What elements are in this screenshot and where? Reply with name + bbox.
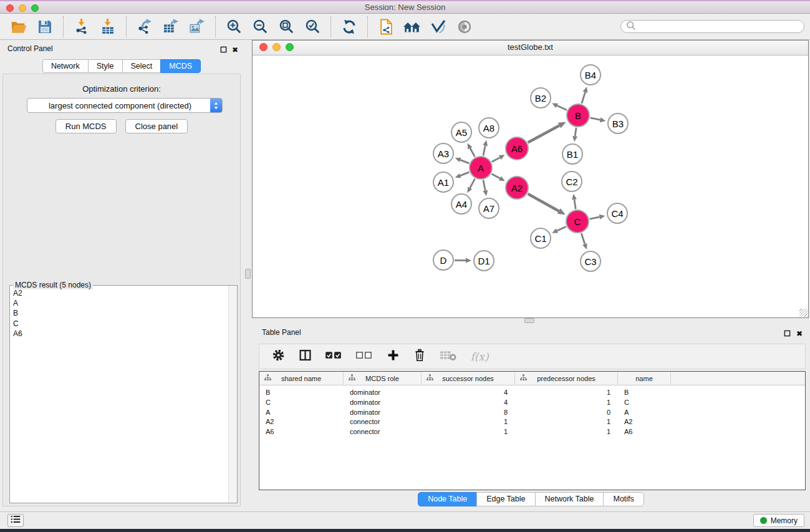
window-resize-grip[interactable] [799, 309, 808, 317]
result-item[interactable]: A6 [11, 329, 228, 339]
zoom-out-icon [253, 19, 268, 34]
column-type-icon [264, 374, 271, 382]
table-row[interactable]: Cdominator41C [259, 398, 805, 408]
network-maximize-button[interactable] [286, 43, 294, 51]
graph-node-B3[interactable]: B3 [607, 113, 629, 134]
import-table-button[interactable] [99, 17, 117, 36]
memory-button[interactable]: Memory [753, 514, 804, 527]
tab-select[interactable]: Select [122, 59, 162, 73]
import-network-button[interactable] [72, 17, 91, 36]
delete-table-button[interactable] [438, 349, 457, 365]
export-image-button[interactable] [188, 17, 206, 36]
table-row[interactable]: A6connector11A6 [259, 427, 805, 437]
trash-icon [413, 349, 426, 364]
export-table-button[interactable] [162, 17, 180, 36]
search-box[interactable] [620, 20, 804, 33]
column-header-successor-nodes[interactable]: successor nodes [422, 372, 515, 385]
show-view-button[interactable] [455, 17, 474, 36]
vertical-splitter-grip[interactable] [245, 269, 251, 279]
graph-node-B[interactable]: B [566, 104, 590, 127]
result-item[interactable]: B [11, 308, 228, 318]
graph-node-C1[interactable]: C1 [530, 228, 551, 249]
search-input[interactable] [636, 22, 799, 32]
select-all-button[interactable] [324, 349, 344, 365]
result-item[interactable]: A [11, 298, 228, 308]
network-window-titlebar[interactable]: testGlobe.txt [253, 41, 808, 56]
deselect-all-button[interactable] [354, 349, 374, 365]
graph-node-A5[interactable]: A5 [451, 122, 472, 143]
graph-node-C[interactable]: C [566, 210, 589, 233]
search-icon [626, 21, 636, 33]
close-window-button[interactable] [6, 4, 14, 12]
zoom-in-button[interactable] [224, 17, 243, 36]
task-history-button[interactable] [7, 514, 24, 527]
tab-network-table[interactable]: Network Table [535, 492, 604, 506]
network-view-window[interactable]: testGlobe.txt B4B2BB3A5A8A6A3AB1A1A2C2A4… [252, 40, 809, 318]
hide-graphics-details-button[interactable] [429, 17, 448, 36]
zoom-selected-button[interactable] [303, 17, 322, 36]
refresh-layout-button[interactable] [340, 17, 359, 36]
save-session-button[interactable] [36, 17, 54, 36]
result-item[interactable]: C [11, 319, 228, 329]
tab-style[interactable]: Style [88, 59, 123, 73]
table-row[interactable]: A2connector11A2 [259, 417, 805, 427]
show-columns-button[interactable] [297, 349, 313, 365]
table-cell: dominator [344, 408, 422, 418]
graph-node-A[interactable]: A [469, 156, 493, 180]
graph-node-A8[interactable]: A8 [478, 117, 499, 138]
graph-node-A4[interactable]: A4 [451, 193, 472, 215]
home-view-button[interactable] [403, 17, 422, 36]
table-body: Bdominator41BCdominator41CAdominator80AA… [259, 385, 805, 437]
table-settings-button[interactable] [270, 349, 286, 365]
graph-node-A1[interactable]: A1 [433, 172, 454, 193]
tab-network[interactable]: Network [42, 59, 89, 73]
graph-node-C4[interactable]: C4 [607, 203, 628, 224]
run-mcds-button[interactable]: Run MCDS [55, 119, 117, 133]
tab-mcds[interactable]: MCDS [160, 59, 201, 73]
column-header-MCDS-role[interactable]: MCDS role [344, 372, 422, 385]
graph-node-B4[interactable]: B4 [580, 64, 601, 85]
close-table-panel-icon[interactable]: ✖ [796, 329, 803, 338]
table-row[interactable]: Bdominator41B [259, 388, 805, 398]
close-panel-icon[interactable]: ✖ [232, 46, 238, 54]
graph-node-A6[interactable]: A6 [505, 137, 529, 160]
graph-node-A7[interactable]: A7 [478, 198, 499, 219]
minimize-window-button[interactable] [19, 4, 26, 12]
horizontal-splitter-grip[interactable] [524, 318, 534, 323]
maximize-window-button[interactable] [31, 4, 39, 12]
graph-node-B2[interactable]: B2 [530, 87, 551, 109]
column-header-shared-name[interactable]: shared name [259, 372, 344, 385]
tab-motifs[interactable]: Motifs [603, 492, 644, 506]
criterion-dropdown[interactable]: largest connected component (directed) [27, 98, 223, 113]
tab-node-table[interactable]: Node Table [418, 492, 477, 506]
apply-function-button[interactable]: f(x) [468, 349, 491, 365]
result-scrollbar[interactable] [228, 286, 237, 503]
open-file-button[interactable] [9, 17, 28, 36]
title-bar[interactable]: Session: New Session [0, 0, 810, 14]
tab-edge-table[interactable]: Edge Table [476, 492, 535, 506]
column-header-name[interactable]: name [618, 372, 671, 385]
new-network-document-button[interactable] [377, 17, 395, 36]
graph-node-A2[interactable]: A2 [505, 176, 529, 200]
graph-node-D[interactable]: D [433, 249, 454, 271]
zoom-fit-button[interactable] [277, 17, 296, 36]
add-row-button[interactable] [385, 349, 401, 365]
table-cell: 1 [422, 427, 515, 437]
delete-row-button[interactable] [412, 349, 428, 365]
table-row[interactable]: Adominator80A [259, 408, 805, 418]
graph-node-A3[interactable]: A3 [433, 143, 454, 164]
network-minimize-button[interactable] [272, 43, 281, 51]
column-header-predecessor-nodes[interactable]: predecessor nodes [515, 372, 618, 385]
zoom-out-button[interactable] [251, 17, 269, 36]
graph-node-B1[interactable]: B1 [562, 143, 583, 165]
graph-node-D1[interactable]: D1 [473, 250, 494, 271]
close-panel-button[interactable]: Close panel [125, 119, 188, 133]
float-table-panel-icon[interactable] [784, 328, 791, 339]
network-close-button[interactable] [259, 43, 268, 51]
network-canvas[interactable]: B4B2BB3A5A8A6A3AB1A1A2C2A4A7CC4C1C3DD1 [253, 56, 808, 317]
export-network-button[interactable] [135, 17, 154, 36]
graph-node-C3[interactable]: C3 [580, 251, 601, 272]
float-panel-icon[interactable] [220, 44, 227, 56]
graph-node-C2[interactable]: C2 [561, 171, 582, 192]
result-item[interactable]: A2 [11, 288, 228, 298]
